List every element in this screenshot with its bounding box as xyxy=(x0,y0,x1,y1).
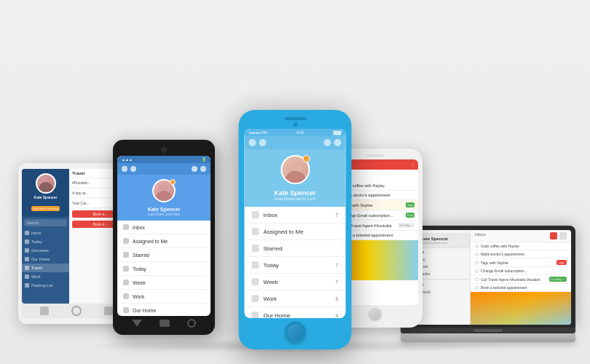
android-notification-badge xyxy=(170,179,176,185)
iphone-top-bar xyxy=(245,136,346,149)
tablet-sidebar: Kate Spencer Last Seen Just Now Search..… xyxy=(22,169,69,304)
iphone-menu-ourhome[interactable]: Our Home 4 xyxy=(245,307,346,318)
android-menu-assigned[interactable]: Assigned to Me xyxy=(117,234,211,248)
tablet-nav-groceries[interactable]: Groceries xyxy=(22,246,69,255)
android-menu-work[interactable]: Work xyxy=(117,290,211,304)
iphone-carrier: ●●●●● GW xyxy=(249,130,267,135)
tablet-menu-btn[interactable] xyxy=(104,306,113,315)
iphone-menu-work[interactable]: Work 8 xyxy=(245,290,346,307)
iphone-small-speaker xyxy=(366,154,385,157)
iphone-menu-week[interactable]: Week 7 xyxy=(245,274,346,290)
android-menu-ourhome[interactable]: Our Home xyxy=(117,304,211,316)
android-search-icon[interactable] xyxy=(200,166,206,172)
tablet-avatar xyxy=(36,173,56,194)
tablet-user-badge: Last Seen Just Now xyxy=(31,206,60,211)
iphone-settings-icon[interactable] xyxy=(324,139,331,146)
iphone-camera xyxy=(293,122,297,127)
android-body: ▲▲▲ 🔋 xyxy=(113,140,215,335)
iphone-ourhome-count: 4 xyxy=(336,313,339,318)
laptop-screen-outer: Kate Spencer kate@wanderlst.com Inbox To… xyxy=(401,226,575,328)
android-menu-today[interactable]: Today xyxy=(117,262,211,276)
laptop-task-6: Book a bobsled appointment xyxy=(471,284,571,292)
android-menu-inbox[interactable]: Inbox xyxy=(117,221,211,234)
iphone-work-icon xyxy=(252,295,259,302)
iphone-top-icons xyxy=(249,139,267,146)
android-screen: ▲▲▲ 🔋 xyxy=(117,156,211,316)
tablet-back-btn[interactable] xyxy=(40,306,49,315)
android-menu-starred[interactable]: Starred xyxy=(117,248,211,262)
iphone-inbox-count: 7 xyxy=(336,213,339,218)
android-message-icon[interactable] xyxy=(130,166,136,172)
laptop-task-1: Grab coffee with Hayley xyxy=(471,242,571,250)
laptop-image xyxy=(471,292,571,325)
iphone-work-count: 8 xyxy=(336,296,339,301)
task-vacation-tag: On Way ✓ xyxy=(398,223,414,228)
laptop-main: Inbox Grab coffee with Hayley Make docto… xyxy=(471,230,571,325)
tablet-search[interactable]: Search... xyxy=(24,219,67,226)
laptop-main-header: Inbox xyxy=(471,230,571,242)
iphone-ourhome-icon xyxy=(252,312,259,318)
tablet-nav-inbox[interactable]: Inbox xyxy=(22,229,69,237)
tablet-nav-today[interactable]: Today xyxy=(22,237,69,246)
laptop-task-green-badge: On Way ✓ xyxy=(549,277,567,282)
laptop-task-5: Call Travel Agent #Australia Vacation On… xyxy=(471,275,571,284)
iphone-user-name: Kate Spencer xyxy=(249,189,342,197)
android-camera xyxy=(161,147,167,153)
android-work-icon xyxy=(123,293,129,299)
iphone-message-icon[interactable] xyxy=(259,139,267,146)
iphone-menu-today[interactable]: Today 7 xyxy=(245,257,346,274)
android-menu-week[interactable]: Week xyxy=(117,276,211,290)
iphone-home-btn[interactable] xyxy=(285,322,305,342)
laptop-task-3: Tags with Sophie tags xyxy=(471,258,571,267)
iphone-small-more-icon[interactable]: ⋮ xyxy=(411,162,414,167)
iphone-star-icon xyxy=(252,245,259,252)
android-bell-icon[interactable] xyxy=(122,166,127,172)
iphone-today-count: 7 xyxy=(336,263,339,268)
android-back-btn[interactable] xyxy=(132,320,142,327)
tablet-home-btn[interactable] xyxy=(71,306,82,316)
iphone-menu-starred[interactable]: Starred xyxy=(245,240,346,257)
task-print-badge: Print xyxy=(406,213,414,218)
iphone-search-icon[interactable] xyxy=(334,139,342,146)
iphone-menu-assigned[interactable]: Assigned to Me xyxy=(245,223,346,240)
iphone-action-icons xyxy=(324,139,342,146)
iphone-battery: ▓▓▓ xyxy=(334,130,342,135)
laptop-notch xyxy=(473,329,503,332)
iphone-user-email: kate@wanderlst.com xyxy=(249,197,342,201)
iphone-notification-badge xyxy=(302,155,310,162)
android-home-bar xyxy=(117,316,211,329)
iphone-menu-inbox[interactable]: Inbox 7 xyxy=(245,207,346,223)
android-week-icon xyxy=(123,280,129,285)
iphone-main-screen: ●●●●● GW 9:16 ▓▓▓ xyxy=(245,129,346,318)
iphone-speaker xyxy=(284,117,306,120)
tablet-user-name: Kate Spencer xyxy=(25,195,66,199)
android-top-icons xyxy=(122,166,136,172)
android-home-hw-btn[interactable] xyxy=(160,320,170,327)
iphone-profile-section: Kate Spencer kate@wanderlst.com xyxy=(245,149,346,207)
task-tag-badge: tags xyxy=(406,202,414,207)
tablet-nav-ourhome[interactable]: Our Home xyxy=(22,255,69,264)
laptop-task-badge: tags xyxy=(556,260,567,265)
iphone-small-home-btn[interactable] xyxy=(368,307,382,322)
android-star-icon xyxy=(123,252,129,258)
tablet-user-section: Kate Spencer Last Seen Just Now xyxy=(22,169,69,217)
laptop-task-2: Make doctor's appointment xyxy=(471,250,571,258)
android-settings-icons xyxy=(192,166,206,172)
tablet-nav-work[interactable]: Work xyxy=(22,272,69,281)
android-recents-btn[interactable] xyxy=(187,319,196,328)
laptop-device: Kate Spencer kate@wanderlst.com Inbox To… xyxy=(401,226,575,342)
tablet-nav-travel[interactable]: Travel xyxy=(22,264,69,272)
iphone-assigned-icon xyxy=(252,228,259,235)
iphone-bell-icon[interactable] xyxy=(249,139,256,146)
tablet-nav-packing[interactable]: Packing List xyxy=(22,281,69,290)
laptop-stand xyxy=(401,333,575,342)
scene: Kate Spencer Last Seen Just Now Search..… xyxy=(0,0,590,364)
laptop-screen: Kate Spencer kate@wanderlst.com Inbox To… xyxy=(405,230,571,325)
android-inbox-icon xyxy=(123,224,129,230)
iphone-inbox-icon xyxy=(252,211,259,218)
android-settings-icon[interactable] xyxy=(192,166,197,172)
laptop-task-4: Change Email subscription... xyxy=(471,267,571,275)
iphone-week-count: 7 xyxy=(336,280,339,285)
iphone-week-icon xyxy=(252,278,259,285)
iphone-today-icon xyxy=(252,261,259,269)
